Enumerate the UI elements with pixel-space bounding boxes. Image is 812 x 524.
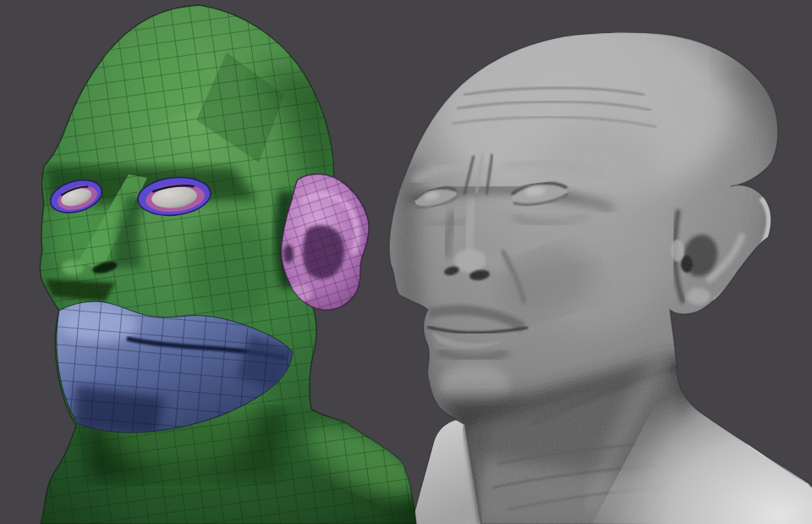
sculpt-viewport[interactable] [0, 0, 812, 524]
render-canvas [0, 0, 812, 524]
